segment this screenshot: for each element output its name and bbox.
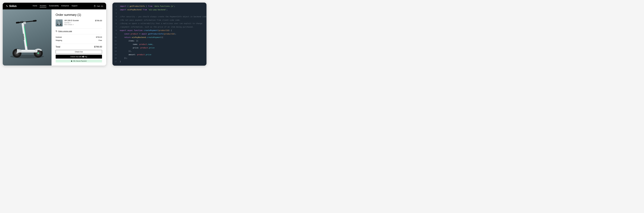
shipping-value: Free [98, 39, 102, 41]
line-number: 17 [112, 60, 120, 63]
code-content: return wixPayBackend.createPayment({ [120, 36, 163, 39]
total-row: Total $799.00 [56, 45, 102, 48]
checkout-button[interactable]: Check Out [56, 50, 102, 54]
brand-name: Solus [9, 4, 16, 8]
code-line[interactable]: 12 name: product.name, [112, 43, 206, 46]
ssl-badge: SSL Secure Payment [56, 60, 102, 62]
more-details-toggle[interactable]: More Details [64, 24, 93, 25]
code-content: name: product.name, [120, 43, 154, 46]
line-item-price: $799.00 [95, 19, 102, 26]
line-item-name: XR 209 E-Scooter [64, 19, 93, 21]
code-line[interactable]: 15 amount: product.price [112, 53, 206, 56]
code-content: //Doing so opens a vulnerability that a … [120, 22, 202, 25]
code-line[interactable]: 11 items: [{ [112, 39, 206, 43]
nav-links: HomeScootersSustainabilityEnterpriseSupp… [33, 5, 78, 7]
line-number: 14 [112, 49, 120, 53]
subtotal-row: Subtotal $799.00 [56, 36, 102, 38]
code-line[interactable]: 1import { getProductInfo } from 'data-fu… [112, 4, 206, 8]
checkout-apple-pay-button[interactable]: Check Out with Pay [56, 55, 102, 58]
promo-code-label: Enter a promo code [58, 30, 72, 32]
ssl-label: SSL Secure Payment [73, 60, 86, 62]
code-content: //Do not pass payment information from c… [120, 18, 180, 22]
line-item-quantity: Quantity: 1 [64, 22, 93, 23]
cart-link[interactable]: Cart (1) [94, 5, 103, 7]
shipping-label: Shipping [56, 39, 62, 41]
subtotal-label: Subtotal [56, 36, 62, 38]
promo-code-link[interactable]: Enter a promo code [56, 30, 102, 34]
line-number: 11 [112, 39, 120, 43]
brand[interactable]: Solus [6, 4, 16, 8]
line-number: 10 [112, 36, 120, 39]
nav-link-sustainability[interactable]: Sustainability [49, 5, 59, 7]
code-content: }); [120, 56, 128, 60]
code-line[interactable]: 13 price: product.price [112, 46, 206, 49]
svg-point-22 [56, 31, 56, 31]
more-details-label: More Details [64, 24, 72, 25]
subtotal-value: $799.00 [96, 36, 102, 38]
apple-logo-icon [82, 56, 84, 58]
order-summary-panel: Order summary (1) XR 209 E-Scooter Quant… [52, 9, 106, 65]
svg-rect-14 [33, 20, 37, 22]
line-number: 2 [112, 8, 120, 11]
code-line[interactable]: 4//For security – you should always crea… [112, 15, 206, 18]
code-line[interactable]: 6//Doing so opens a vulnerability that a… [112, 22, 206, 25]
line-number: 16 [112, 56, 120, 60]
shipping-row: Shipping Free [56, 39, 102, 41]
line-number: 1 [112, 4, 120, 8]
line-number: 7 [112, 25, 120, 29]
line-number: 3 [112, 11, 120, 15]
code-line[interactable]: 5//Do not pass payment information from … [112, 18, 206, 22]
product-image: ✦Solus [5, 16, 50, 61]
cart-count: (1) [101, 5, 103, 7]
nav-link-enterprise[interactable]: Enterprise [61, 5, 69, 7]
code-content: //For security – you should always creat… [120, 15, 206, 18]
line-number: 4 [112, 15, 120, 18]
line-number: 6 [112, 22, 120, 25]
line-item-thumb[interactable] [56, 19, 62, 26]
code-line[interactable]: 8export async function createPayment(pro… [112, 29, 206, 32]
total-value: $799.00 [94, 45, 102, 48]
line-number: 8 [112, 29, 120, 32]
code-line[interactable]: 7//payment information, such as the pric… [112, 25, 206, 29]
tag-icon [56, 30, 58, 32]
code-content: }], [120, 49, 132, 53]
product-hero: ✦Solus [3, 9, 52, 65]
line-number: 12 [112, 43, 120, 46]
nav-link-support[interactable]: Support [72, 5, 78, 7]
code-content: export async function createPayment(prod… [120, 29, 172, 32]
svg-rect-21 [58, 21, 60, 21]
svg-rect-9 [22, 23, 28, 51]
code-line[interactable]: 3 [112, 11, 206, 15]
code-content: //payment information, such as the price… [120, 25, 194, 29]
nav-link-scooters[interactable]: Scooters [40, 5, 46, 7]
line-number: 9 [112, 32, 120, 36]
svg-point-16 [38, 52, 39, 54]
checkout-apple-suffix: Pay [84, 56, 87, 58]
code-line[interactable]: 14 }], [112, 49, 206, 53]
code-content: items: [{ [120, 39, 138, 43]
code-content: import { getProductInfo } from 'data-fun… [120, 4, 175, 8]
storefront-window: Solus HomeScootersSustainabilityEnterpri… [2, 2, 106, 66]
code-editor[interactable]: 1import { getProductInfo } from 'data-fu… [112, 2, 206, 66]
content-area: ✦Solus Order summary (1) [3, 9, 106, 65]
code-content: } [120, 60, 121, 63]
code-content: import wixPayBackend from 'wix-pay-backe… [120, 8, 168, 11]
top-navbar: Solus HomeScootersSustainabilityEnterpri… [3, 3, 106, 9]
cart-label: Cart [97, 5, 100, 7]
nav-link-home[interactable]: Home [33, 5, 37, 7]
svg-rect-23 [71, 61, 72, 62]
code-content: price: product.price [120, 46, 154, 49]
code-content: const product = await getProductInfo(pro… [120, 32, 176, 36]
chevron-down-icon [73, 24, 74, 25]
line-number: 5 [112, 18, 120, 22]
code-line[interactable]: 2import wixPayBackend from 'wix-pay-back… [112, 8, 206, 11]
code-line[interactable]: 9 const product = await getProductInfo(p… [112, 32, 206, 36]
brand-logo-icon [6, 5, 8, 7]
code-line[interactable]: 16 }); [112, 56, 206, 60]
code-line[interactable]: 10 return wixPayBackend.createPayment({ [112, 36, 206, 39]
lock-icon [71, 60, 72, 62]
code-line[interactable]: 17} [112, 60, 206, 63]
cart-icon [94, 5, 96, 7]
checkout-apple-prefix: Check Out with [70, 56, 82, 58]
total-label: Total [56, 45, 60, 48]
